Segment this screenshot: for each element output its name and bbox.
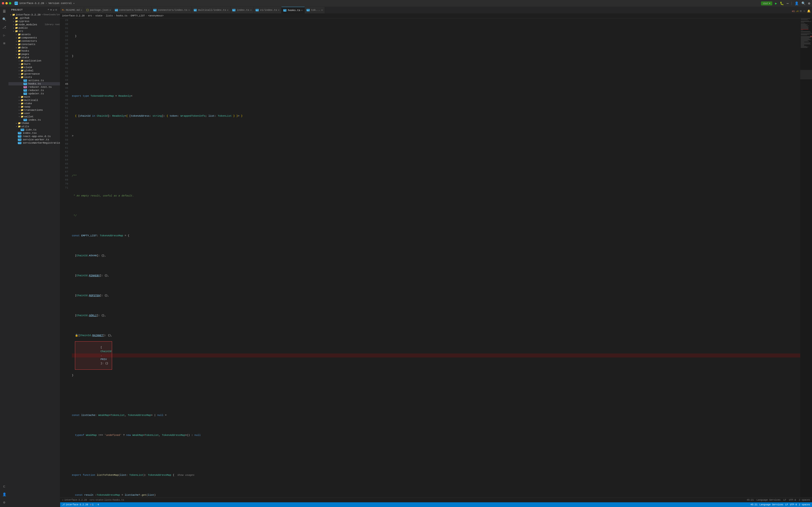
account-icon[interactable]: 👤: [795, 1, 799, 5]
tree-item-i18n-ts[interactable]: ▸ TS i18n.ts: [8, 128, 60, 131]
tab-close-icon[interactable]: ✕: [250, 9, 252, 11]
indent-status[interactable]: 2 spaces: [799, 504, 810, 506]
tree-item-hooks-ts[interactable]: ▸ TS hooks.ts: [8, 82, 60, 86]
source-control-icon[interactable]: ⎇: [0, 23, 8, 31]
tree-item-service-worker[interactable]: ▸ TS service-worker.ts: [8, 138, 60, 141]
close-button[interactable]: [2, 2, 4, 4]
tab-close-icon[interactable]: ✕: [301, 9, 303, 12]
tab-readme[interactable]: M↓ README.md ✕: [60, 7, 84, 13]
breadcrumb-lists[interactable]: lists: [106, 14, 113, 17]
tree-item-public[interactable]: ▸ 📁 public: [8, 26, 60, 30]
breadcrumb-state[interactable]: state: [95, 14, 102, 17]
tab-close-icon[interactable]: ✕: [189, 9, 190, 11]
tab-close-icon[interactable]: ✕: [321, 9, 323, 11]
minimap-viewport[interactable]: [800, 70, 812, 79]
tree-item-cypress[interactable]: ▸ 📁 cypress: [8, 20, 60, 23]
cursor-position-status[interactable]: 45:21: [751, 504, 758, 506]
explorer-icon[interactable]: ☰: [0, 7, 8, 15]
tree-item-connectors[interactable]: ▸ 📁 connectors: [8, 40, 60, 43]
tree-item-reducer-test-ts[interactable]: ▸ TS reducer.test.ts: [8, 86, 60, 89]
tree-item-stake[interactable]: ▸ 📁 stake: [8, 102, 60, 105]
tree-item-claim[interactable]: ▸ 📁 claim: [8, 66, 60, 69]
search-activity-icon[interactable]: 🔍: [0, 15, 8, 23]
warning-status-item[interactable]: ⚠ 4: [95, 503, 99, 506]
tab-close-icon[interactable]: ✕: [227, 9, 229, 11]
minimize-button[interactable]: [5, 2, 8, 4]
tab-close-icon[interactable]: ✕: [278, 9, 280, 11]
tree-item-theme[interactable]: ▸ 📁 theme: [8, 122, 60, 125]
tab-v1-index-ts[interactable]: TS v1/index.ts ✕: [254, 7, 282, 13]
code-scroll-area[interactable]: 29 30 31 32 33 34 35 36 37 38 39 40 41 4…: [60, 18, 812, 498]
tree-item-reducer-ts[interactable]: ▸ TS reducer.ts: [8, 89, 60, 92]
debug-icon[interactable]: 🐛: [780, 1, 784, 5]
language-services-status[interactable]: Language Services: [759, 504, 783, 506]
settings-icon[interactable]: ⚙: [808, 1, 810, 5]
tree-item-interface-root[interactable]: ▾ 📁 interface-3.2.20 ~/Downloads/interfa…: [8, 13, 60, 16]
tab-index-ts[interactable]: TS index.ts ✕: [231, 7, 254, 13]
more-tabs-icon[interactable]: ⋯: [803, 9, 806, 13]
tree-item-components[interactable]: ▸ 📁 components: [8, 36, 60, 40]
tree-item-mint[interactable]: ▸ 📁 mint: [8, 95, 60, 99]
show-usages-hint[interactable]: Show usages: [177, 473, 195, 477]
tree-item-hooks[interactable]: ▸ 📁 hooks: [8, 49, 60, 53]
tree-item-multicall[interactable]: ▸ 📁 multicall: [8, 99, 60, 102]
collapse-all-icon[interactable]: ⊟: [55, 8, 57, 11]
breadcrumb-src[interactable]: src: [88, 14, 92, 17]
tree-item-service-worker-registration[interactable]: ▸ TS serviceWorkerRegistration.ts: [8, 141, 60, 145]
breadcrumb-hooks-ts[interactable]: hooks.ts: [116, 14, 128, 17]
tree-item-swap[interactable]: ▸ 📁 swap: [8, 105, 60, 108]
tab-close-icon[interactable]: ✕: [109, 9, 111, 11]
tree-item-actions-ts[interactable]: ▸ TS actions.ts: [8, 79, 60, 82]
tab-token[interactable]: TS tok... ✕: [305, 7, 325, 13]
tab-constants-index-ts[interactable]: TS constants/index.ts ✕: [113, 7, 152, 13]
run-button[interactable]: start ▾: [761, 1, 772, 5]
tree-item-wallet[interactable]: ▾ 📁 wallet: [8, 115, 60, 118]
tree-item-lists[interactable]: ▾ 📁 lists: [8, 75, 60, 79]
tree-item-burn[interactable]: ▾ 📁 burn: [8, 62, 60, 66]
tree-item-wallet-index-ts[interactable]: ▸ TS index.ts: [8, 118, 60, 122]
tree-item-assets[interactable]: ▸ 📁 assets: [8, 33, 60, 36]
minimap[interactable]: [800, 18, 812, 498]
tab-close-icon[interactable]: ✕: [81, 9, 82, 11]
global-search-icon[interactable]: 🔍: [801, 1, 805, 5]
error-status-item[interactable]: ⊘ 1: [90, 503, 94, 506]
version-control-title[interactable]: Version control: [48, 2, 72, 5]
tree-item-global[interactable]: ▸ 📁 global: [8, 69, 60, 72]
tree-item-transactions[interactable]: ▸ 📁 transactions: [8, 108, 60, 112]
tree-item-index-tsx[interactable]: ▸ TS index.tsx: [8, 131, 60, 135]
refresh-icon[interactable]: ↺: [53, 8, 54, 11]
encoding-status[interactable]: UTF-8: [790, 504, 797, 506]
split-editor-icon[interactable]: ⊡: [800, 9, 802, 13]
remote-icon[interactable]: ⊏: [0, 483, 8, 490]
tree-item-state[interactable]: ▾ 📁 state: [8, 56, 60, 59]
code-lines[interactable]: } } export type: [70, 18, 800, 498]
tree-item-application[interactable]: ▸ 📁 application: [8, 59, 60, 62]
tree-item-node-modules[interactable]: ▸ 📁 node_modules library root: [8, 23, 60, 26]
breadcrumb-anonymous[interactable]: <anonymous>: [148, 14, 163, 17]
branch-status-item[interactable]: ⎇ interface-3.2.20: [62, 503, 88, 506]
line-ending-status[interactable]: LF: [785, 504, 788, 506]
tree-item-governance[interactable]: ▸ 📁 governance: [8, 72, 60, 75]
tree-item-user[interactable]: ▸ 📁 user: [8, 112, 60, 115]
play-icon[interactable]: ▶: [775, 1, 777, 5]
tree-item-pages[interactable]: ▸ 📁 pages: [8, 53, 60, 56]
tree-item-constants[interactable]: ▸ 📁 constants: [8, 43, 60, 46]
dropdown-chevron-icon[interactable]: ▾: [73, 2, 75, 5]
code-editor[interactable]: 29 30 31 32 33 34 35 36 37 38 39 40 41 4…: [60, 18, 812, 498]
settings-activity-icon[interactable]: ⚙: [0, 499, 8, 506]
more-actions-icon[interactable]: ⋯: [786, 1, 789, 5]
tree-item-utils[interactable]: ▾ 📁 utils: [8, 125, 60, 128]
tab-connectors-index-ts[interactable]: TS connectors/index.ts ✕: [152, 7, 192, 13]
new-file-icon[interactable]: +: [48, 8, 49, 11]
notifications-icon[interactable]: 🔔: [807, 9, 811, 13]
breadcrumb-project[interactable]: interface-3.2.20: [62, 14, 85, 17]
extensions-icon[interactable]: ⊞: [0, 40, 8, 47]
tab-multicall-index-ts[interactable]: TS multicall/index.ts ✕: [192, 7, 231, 13]
tab-close-icon[interactable]: ✕: [148, 9, 149, 11]
tree-item-updater-ts[interactable]: ▸ TS updater.ts: [8, 92, 60, 95]
tree-item-data[interactable]: ▸ 📁 data: [8, 46, 60, 49]
account-activity-icon[interactable]: 👤: [0, 491, 8, 498]
new-folder-icon[interactable]: ⊕: [50, 8, 52, 11]
window-controls[interactable]: [2, 2, 11, 4]
tab-hooks-ts[interactable]: TS hooks.ts ✕: [282, 7, 305, 13]
